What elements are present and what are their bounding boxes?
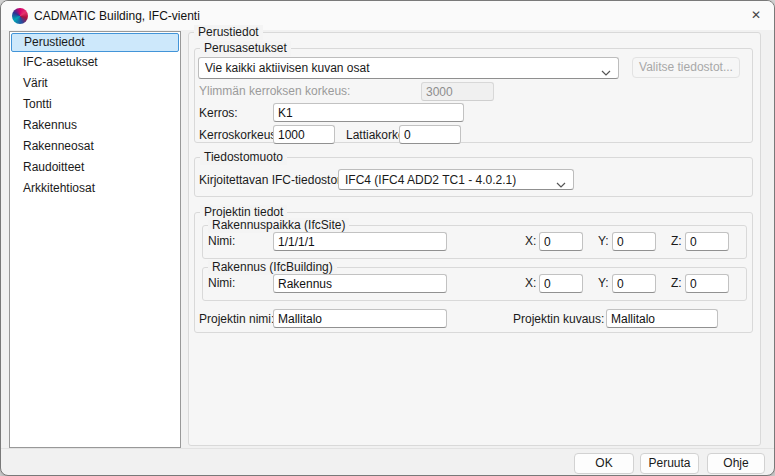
top-floor-height-label: Ylimmän kerroksen korkeus: xyxy=(199,84,350,99)
building-x-label: X: xyxy=(525,276,536,291)
close-icon[interactable]: ✕ xyxy=(741,5,771,25)
perustiedot-group-label: Perustiedot xyxy=(194,25,263,40)
building-z-label: Z: xyxy=(671,276,682,291)
help-button[interactable]: Ohje xyxy=(707,453,765,474)
sidebar-item-ifc-asetukset[interactable]: IFC-asetukset xyxy=(11,52,179,73)
building-y-field[interactable] xyxy=(612,274,656,293)
sidebar-item-raudoitteet[interactable]: Raudoitteet xyxy=(11,157,179,178)
category-list: Perustiedot IFC-asetukset Värit Tontti R… xyxy=(9,31,181,448)
building-name-label: Nimi: xyxy=(208,276,235,291)
site-x-field[interactable] xyxy=(539,232,583,251)
title-bar[interactable]: CADMATIC Building, IFC-vienti ✕ xyxy=(1,1,774,30)
project-desc-label: Projektin kuvaus: xyxy=(513,312,604,327)
chevron-down-icon xyxy=(601,65,611,79)
floor-height-field[interactable] xyxy=(273,125,335,144)
site-x-label: X: xyxy=(525,234,536,249)
site-name-field[interactable] xyxy=(273,232,447,251)
sidebar-item-varit[interactable]: Värit xyxy=(11,73,179,94)
ok-button[interactable]: OK xyxy=(574,453,634,474)
floor-field[interactable] xyxy=(273,103,464,122)
cadmatic-logo-icon xyxy=(12,8,28,24)
ifc-format-value: IFC4 (IFC4 ADD2 TC1 - 4.0.2.1) xyxy=(345,173,516,187)
footer-separator xyxy=(1,448,774,449)
site-y-field[interactable] xyxy=(612,232,656,251)
chevron-down-icon xyxy=(556,177,566,191)
building-z-field[interactable] xyxy=(685,274,729,293)
export-scope-dropdown[interactable]: Vie kaikki aktiivisen kuvan osat xyxy=(198,57,619,79)
project-name-field[interactable] xyxy=(273,309,447,328)
window-title: CADMATIC Building, IFC-vienti xyxy=(34,9,200,23)
floor-elevation-field[interactable] xyxy=(399,125,461,144)
site-z-field[interactable] xyxy=(685,232,729,251)
site-y-label: Y: xyxy=(598,234,609,249)
tiedostomuoto-group-label: Tiedostomuoto xyxy=(200,150,287,165)
site-name-label: Nimi: xyxy=(208,234,235,249)
select-files-button[interactable]: Valitse tiedostot... xyxy=(632,57,740,78)
cancel-button[interactable]: Peruuta xyxy=(640,453,699,474)
building-group-label: Rakennus (IfcBuilding) xyxy=(208,260,337,275)
sidebar-item-arkkitehtiosat[interactable]: Arkkitehtiosat xyxy=(11,178,179,199)
sidebar-item-rakennus[interactable]: Rakennus xyxy=(11,115,179,136)
site-z-label: Z: xyxy=(671,234,682,249)
project-name-label: Projektin nimi: xyxy=(199,312,274,327)
building-name-field[interactable] xyxy=(273,274,447,293)
sidebar-item-rakenneosat[interactable]: Rakenneosat xyxy=(11,136,179,157)
top-floor-height-field[interactable] xyxy=(421,82,494,101)
sidebar-item-perustiedot[interactable]: Perustiedot xyxy=(11,33,179,52)
floor-label: Kerros: xyxy=(199,106,238,121)
ifc-export-dialog: CADMATIC Building, IFC-vienti ✕ Perustie… xyxy=(0,0,775,476)
site-group-label: Rakennuspaikka (IfcSite) xyxy=(208,218,349,233)
perusasetukset-group-label: Perusasetukset xyxy=(200,41,291,56)
project-desc-field[interactable] xyxy=(606,309,718,328)
ifc-format-dropdown[interactable]: IFC4 (IFC4 ADD2 TC1 - 4.0.2.1) xyxy=(338,169,574,190)
sidebar-item-tontti[interactable]: Tontti xyxy=(11,94,179,115)
building-y-label: Y: xyxy=(598,276,609,291)
export-scope-value: Vie kaikki aktiivisen kuvan osat xyxy=(205,61,370,75)
building-x-field[interactable] xyxy=(539,274,583,293)
floor-height-label: Kerroskorkeus: xyxy=(199,128,280,143)
